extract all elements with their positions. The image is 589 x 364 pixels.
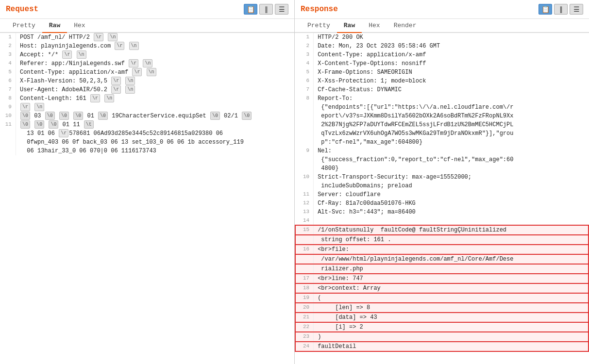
menu-button[interactable]: ☰: [275, 4, 288, 15]
line-content: Nel:: [314, 147, 589, 155]
line-number: 8: [0, 94, 16, 103]
badge-r: \r: [111, 77, 121, 85]
badge-hex: \0: [45, 112, 55, 120]
badge-r: \r: [94, 33, 103, 41]
line-content: Content-Length: 161 \r \n: [16, 94, 294, 103]
line-content: [len] => 8: [314, 303, 589, 313]
line-content: 13 01 06 \r578681 06Ad93d285e3445c52c891…: [16, 129, 294, 138]
response-toolbar: 📋 ∥ ☰: [539, 4, 583, 15]
line-content: [data] => 43: [314, 313, 589, 322]
line-number: 1: [0, 33, 16, 42]
table-row: 06 13hair_33_0 06 070|0 06 1116173743: [0, 147, 294, 155]
response-tabs-bar: Pretty Raw Hex Render: [295, 19, 589, 33]
table-row-highlighted: string offset: 161 .: [295, 235, 589, 245]
line-number: 5: [0, 68, 16, 77]
tab-request-pretty[interactable]: Pretty: [6, 19, 42, 33]
request-title: Request: [6, 5, 240, 14]
tab-response-pretty[interactable]: Pretty: [301, 19, 337, 33]
line-content: 0fwpn_403 06 0f back_03 06 13 set_103_0 …: [16, 138, 294, 147]
response-line-table: 1 HTTP/2 200 OK 2 Date: Mon, 23 Oct 2023…: [295, 33, 589, 352]
line-content: 2%2B7Njg%2FP7aDUYTdwRFCEmZEL5ssjLFrdB1zU…: [314, 120, 589, 129]
line-number: [295, 164, 314, 173]
table-row-highlighted: rializer.php: [295, 264, 589, 274]
request-tabs-bar: Pretty Raw Hex: [0, 19, 294, 33]
badge-n: \n: [125, 85, 135, 94]
table-row: 6 X-Xss-Protection: 1; mode=block: [295, 77, 589, 85]
tab-request-hex[interactable]: Hex: [67, 19, 92, 33]
badge-n: \n: [104, 94, 114, 102]
line-number: 17: [295, 274, 314, 283]
copy-button-response[interactable]: 📋: [539, 4, 552, 15]
line-number: 13: [295, 208, 314, 216]
line-number: 24: [295, 342, 314, 351]
table-row: 10 \0 03 \0 \0 \0 01 \0 19CharacterServi…: [0, 112, 294, 120]
line-number: [295, 155, 314, 164]
table-row-highlighted: 19 (: [295, 293, 589, 303]
line-number: [295, 254, 314, 264]
line-content: HTTP/2 200 OK: [314, 33, 589, 42]
line-content: {"endpoints":[{"url":"https:\/\/a.nel.cl…: [314, 103, 589, 112]
line-number: 19: [295, 293, 314, 303]
badge-r: \r: [59, 129, 68, 137]
line-number: 11: [0, 120, 16, 129]
line-content: 4800}: [314, 164, 589, 173]
table-row: {"endpoints":[{"url":"https:\/\/a.nel.cl…: [295, 103, 589, 112]
line-content: User-Agent: AdobeAIR/50.2 \r \n: [16, 85, 294, 94]
table-row-highlighted: 23 ): [295, 332, 589, 342]
line-number: 6: [295, 77, 314, 85]
line-content: Date: Mon, 23 Oct 2023 05:58:46 GMT: [314, 42, 589, 50]
response-content: 1 HTTP/2 200 OK 2 Date: Mon, 23 Oct 2023…: [295, 33, 589, 364]
line-content: Report-To:: [314, 94, 589, 103]
line-content: <br>line: 747: [314, 274, 589, 283]
table-row: 9 Nel:: [295, 147, 589, 155]
badge-r: \r: [115, 42, 124, 50]
table-row-highlighted: 18 <br>context: Array: [295, 283, 589, 293]
line-number: [295, 138, 314, 147]
table-row: 3 Accept: */* \r \n: [0, 50, 294, 59]
line-content: p":"cf-nel","max_age":604800}: [314, 138, 589, 147]
table-row: 9 \r \n: [0, 103, 294, 112]
table-row-highlighted: 17 <br>line: 747: [295, 274, 589, 283]
line-content: [314, 216, 589, 225]
line-content: Cf-Ray: 81a7c00daa501076-HKG: [314, 199, 589, 208]
tab-response-hex[interactable]: Hex: [362, 19, 387, 33]
table-row: 1 HTTP/2 200 OK: [295, 33, 589, 42]
line-number: 9: [295, 147, 314, 155]
line-content: \r \n: [16, 103, 294, 112]
line-content: ): [314, 332, 589, 342]
table-row: 2 Date: Mon, 23 Oct 2023 05:58:46 GMT: [295, 42, 589, 50]
menu-button-response[interactable]: ☰: [570, 4, 583, 15]
badge-hex: \0: [210, 112, 220, 120]
table-row: eport\/v3?s=JXKmm8DsilYa5602bOXk2A6soBdR…: [295, 112, 589, 120]
line-number: 7: [0, 85, 16, 94]
tab-response-render[interactable]: Render: [387, 19, 423, 33]
line-number: [295, 182, 314, 190]
line-number: 10: [295, 173, 314, 182]
wrap-button-response[interactable]: ∥: [554, 4, 568, 15]
table-row: 13 01 06 \r578681 06Ad93d285e3445c52c891…: [0, 129, 294, 138]
line-content: Referer: app:/NinjaLegends.swf \r \n: [16, 59, 294, 68]
line-content: \0 \0 \0 01 11 \t: [16, 120, 294, 129]
table-row: includeSubDomains; preload: [295, 182, 589, 190]
tab-request-raw[interactable]: Raw: [42, 19, 67, 33]
badge-n: \n: [77, 50, 86, 59]
copy-button[interactable]: 📋: [244, 4, 257, 15]
line-number: 1: [295, 33, 314, 42]
tab-response-raw[interactable]: Raw: [337, 19, 362, 33]
badge-hex: \0: [59, 112, 69, 120]
table-row-highlighted: 21 [data] => 43: [295, 313, 589, 322]
line-number: 3: [295, 50, 314, 59]
line-number: 22: [295, 322, 314, 332]
request-content: 1 POST /amf_nl/ HTTP/2 \r \n 2 Host: pla…: [0, 33, 294, 364]
badge-hex: \0: [20, 112, 30, 120]
line-content: X-Xss-Protection: 1; mode=block: [314, 77, 589, 85]
line-number: 18: [295, 283, 314, 293]
line-number: [295, 235, 314, 245]
badge-r: \r: [129, 59, 138, 67]
badge-hex: \0: [20, 120, 30, 129]
table-row-highlighted: /var/www/html/playninjalegends.com/amf_n…: [295, 254, 589, 264]
response-title: Response: [301, 5, 535, 14]
line-number: 2: [295, 42, 314, 50]
wrap-button[interactable]: ∥: [259, 4, 273, 15]
line-number: [0, 129, 16, 138]
